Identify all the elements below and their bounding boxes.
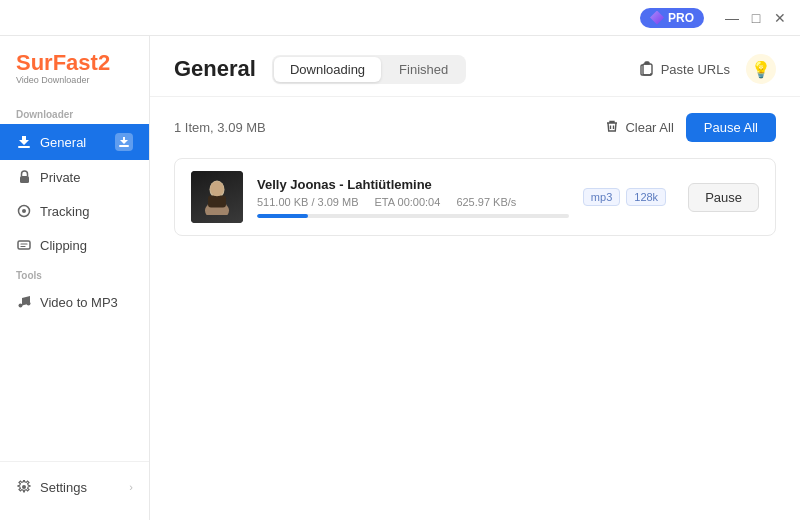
- svg-point-4: [22, 209, 26, 213]
- item-title: Velly Joonas - Lahtiütlemine: [257, 177, 569, 192]
- item-badges: mp3 128k: [583, 188, 666, 206]
- sidebar-item-general-label: General: [40, 135, 86, 150]
- item-info: Velly Joonas - Lahtiütlemine 511.00 KB /…: [257, 177, 569, 218]
- title-bar: PRO — □ ✕: [0, 0, 800, 36]
- sidebar-item-clipping-label: Clipping: [40, 238, 87, 253]
- item-size: 511.00 KB / 3.09 MB: [257, 196, 359, 208]
- paste-urls-label: Paste URLs: [661, 62, 730, 77]
- window-controls: PRO — □ ✕: [640, 8, 788, 28]
- pro-label: PRO: [668, 11, 694, 25]
- chevron-right-icon: ›: [129, 481, 133, 493]
- music-icon: [16, 294, 32, 310]
- svg-point-7: [26, 302, 30, 306]
- section-tools-label: Tools: [0, 262, 149, 285]
- sidebar-item-private-label: Private: [40, 170, 80, 185]
- svg-rect-5: [18, 241, 30, 249]
- main-header: General Downloading Finished Paste U: [150, 36, 800, 97]
- item-count: 1 Item, 3.09 MB: [174, 120, 266, 135]
- brand-name: SurFast2: [16, 52, 133, 74]
- format-badge: mp3: [583, 188, 620, 206]
- settings-icon: [16, 479, 32, 495]
- thumbnail-person: [191, 171, 243, 223]
- svg-rect-11: [208, 196, 226, 208]
- main-content: General Downloading Finished Paste U: [150, 36, 800, 520]
- settings-left: Settings: [16, 479, 87, 495]
- sidebar-item-video-to-mp3[interactable]: Video to MP3: [0, 285, 149, 319]
- trash-icon: [605, 119, 619, 136]
- download-count-badge: [115, 133, 133, 151]
- sidebar-item-video-to-mp3-label: Video to MP3: [40, 295, 118, 310]
- svg-point-12: [210, 181, 224, 196]
- sidebar-item-general[interactable]: General: [0, 124, 149, 160]
- item-progress: [257, 214, 569, 218]
- main-header-left: General Downloading Finished: [174, 55, 466, 84]
- diamond-icon: [650, 11, 664, 25]
- content-toolbar: 1 Item, 3.09 MB Clear All Pause All: [174, 113, 776, 142]
- quality-badge: 128k: [626, 188, 666, 206]
- item-speed: 625.97 KB/s: [456, 196, 516, 208]
- tracking-icon: [16, 203, 32, 219]
- item-meta: 511.00 KB / 3.09 MB ETA 00:00:04 625.97 …: [257, 196, 569, 208]
- sidebar-item-clipping[interactable]: Clipping: [0, 228, 149, 262]
- tab-group: Downloading Finished: [272, 55, 466, 84]
- lightbulb-button[interactable]: 💡: [746, 54, 776, 84]
- brand-sub: Video Downloader: [16, 75, 133, 85]
- paste-icon: [639, 61, 655, 77]
- download-item: Velly Joonas - Lahtiütlemine 511.00 KB /…: [174, 158, 776, 236]
- sidebar-item-tracking-label: Tracking: [40, 204, 89, 219]
- clear-all-button[interactable]: Clear All: [605, 119, 673, 136]
- clear-all-label: Clear All: [625, 120, 673, 135]
- app-body: SurFast2 Video Downloader Downloader Gen…: [0, 36, 800, 520]
- sidebar: SurFast2 Video Downloader Downloader Gen…: [0, 36, 150, 520]
- lightbulb-icon: 💡: [751, 60, 771, 79]
- main-header-right: Paste URLs 💡: [639, 54, 776, 84]
- tab-downloading[interactable]: Downloading: [274, 57, 381, 82]
- pause-all-button[interactable]: Pause All: [686, 113, 776, 142]
- svg-rect-0: [18, 146, 30, 148]
- lock-icon: [16, 169, 32, 185]
- section-downloader-label: Downloader: [0, 101, 149, 124]
- maximize-button[interactable]: □: [748, 10, 764, 26]
- toolbar-right: Clear All Pause All: [605, 113, 776, 142]
- page-title: General: [174, 56, 256, 82]
- item-eta: ETA 00:00:04: [375, 196, 441, 208]
- pause-item-button[interactable]: Pause: [688, 183, 759, 212]
- sidebar-bottom: Settings ›: [0, 461, 149, 504]
- clipping-icon: [16, 237, 32, 253]
- minimize-button[interactable]: —: [724, 10, 740, 26]
- svg-point-6: [18, 304, 22, 308]
- settings-label: Settings: [40, 480, 87, 495]
- pro-badge[interactable]: PRO: [640, 8, 704, 28]
- sidebar-item-tracking[interactable]: Tracking: [0, 194, 149, 228]
- svg-rect-1: [119, 145, 129, 147]
- app-logo: SurFast2 Video Downloader: [0, 52, 149, 101]
- paste-urls-button[interactable]: Paste URLs: [639, 61, 730, 77]
- svg-rect-2: [20, 176, 29, 183]
- tab-finished[interactable]: Finished: [383, 57, 464, 82]
- sidebar-item-settings[interactable]: Settings ›: [0, 470, 149, 504]
- content-area: 1 Item, 3.09 MB Clear All Pause All: [150, 97, 800, 520]
- close-button[interactable]: ✕: [772, 10, 788, 26]
- item-thumbnail: [191, 171, 243, 223]
- sidebar-item-private[interactable]: Private: [0, 160, 149, 194]
- item-progress-bar: [257, 214, 308, 218]
- download-icon: [16, 134, 32, 150]
